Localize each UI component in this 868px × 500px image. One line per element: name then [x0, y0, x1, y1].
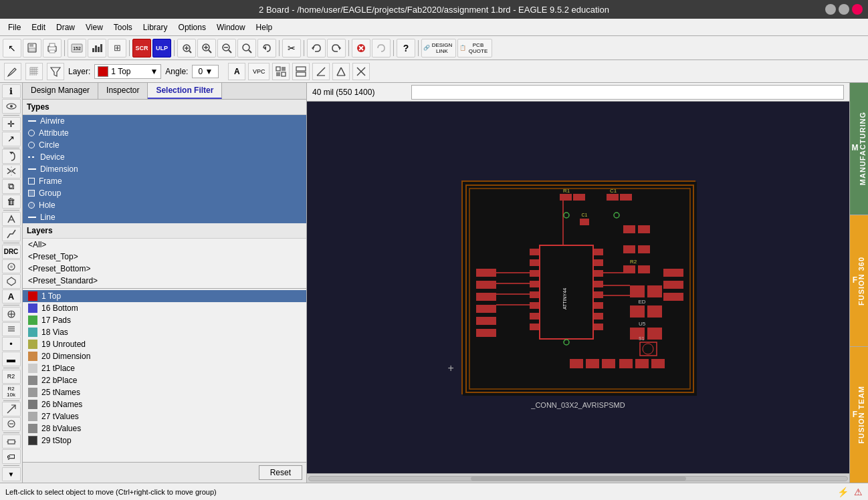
angle-dropdown[interactable]: 0 ▼ — [192, 65, 219, 78]
design-link-button[interactable]: 🔗 DESIGN LINK — [421, 39, 456, 57]
menu-edit[interactable]: Edit — [26, 21, 51, 33]
minimize-button[interactable] — [825, 4, 836, 15]
smash-tool[interactable] — [2, 417, 21, 431]
help-button[interactable]: ? — [397, 39, 415, 57]
stop-button[interactable] — [352, 39, 370, 57]
menu-view[interactable]: View — [80, 21, 108, 33]
zoom-area-button[interactable] — [237, 39, 256, 57]
brush-tool[interactable] — [4, 63, 21, 80]
layer-16-bottom[interactable]: 16 Bottom — [23, 302, 306, 314]
drag-tool[interactable] — [2, 402, 21, 416]
coord-input[interactable] — [411, 85, 844, 100]
menu-library[interactable]: Library — [138, 21, 173, 33]
component-tool[interactable] — [2, 434, 21, 449]
fusion-team-panel[interactable]: F FUSION TEAM — [850, 347, 868, 483]
grid-view-btn1[interactable] — [272, 63, 290, 80]
zoom-prev-button[interactable] — [257, 39, 276, 57]
layer-20-dimension[interactable]: 20 Dimension — [23, 350, 306, 362]
layer-18-vias[interactable]: 18 Vias — [23, 326, 306, 338]
bus-tool[interactable] — [2, 322, 21, 336]
layer-19-unrouted[interactable]: 19 Unrouted — [23, 338, 306, 350]
menu-tools[interactable]: Tools — [108, 21, 138, 33]
wire-tool[interactable] — [2, 227, 21, 241]
r2k-tool[interactable]: R210k — [2, 384, 21, 398]
pcb-board[interactable]: R1 C1 — [461, 180, 695, 394]
menu-draw[interactable]: Draw — [51, 21, 80, 33]
tab-design-manager[interactable]: Design Manager — [23, 83, 98, 99]
label-tool[interactable]: 🏷 — [2, 449, 21, 463]
junction-tool[interactable]: • — [2, 337, 21, 351]
zoom-fit-button[interactable] — [177, 39, 196, 57]
grid-view-btn2[interactable] — [292, 63, 310, 80]
pcb-canvas[interactable]: R1 C1 — [307, 102, 849, 473]
close-button[interactable] — [852, 4, 863, 15]
cut-button[interactable]: ✂ — [282, 39, 301, 57]
type-group[interactable]: Group — [23, 187, 306, 199]
r2-tool[interactable]: R2 — [2, 370, 21, 384]
expand-tool[interactable]: ▼ — [2, 467, 21, 481]
layer-1-top[interactable]: 1 Top — [23, 290, 306, 302]
scr-button[interactable]: SCR — [132, 39, 151, 57]
route-tool[interactable]: ↗ — [2, 132, 21, 146]
menu-file[interactable]: File — [3, 21, 26, 33]
menu-help[interactable]: Help — [251, 21, 278, 33]
info-tool[interactable]: ℹ — [2, 84, 21, 98]
layer-27-tvalues[interactable]: 27 tValues — [23, 410, 306, 422]
layer-29-tstop[interactable]: 29 tStop — [23, 434, 306, 447]
type-device[interactable]: Device — [23, 151, 306, 163]
type-line[interactable]: Line — [23, 211, 306, 223]
tab-inspector[interactable]: Inspector — [98, 83, 148, 99]
menu-window[interactable]: Window — [211, 21, 251, 33]
redo-button[interactable] — [327, 39, 346, 57]
copy-tool[interactable]: ⧉ — [2, 179, 21, 193]
stats-button[interactable] — [88, 39, 106, 57]
save-button[interactable] — [23, 39, 41, 57]
preset-bottom[interactable]: <Preset_Bottom> — [23, 263, 306, 275]
layer-28-bvalues[interactable]: 28 bValues — [23, 422, 306, 434]
type-circle[interactable]: Circle — [23, 139, 306, 151]
type-frame[interactable]: Frame — [23, 175, 306, 187]
mirror-tool[interactable] — [2, 164, 21, 178]
layer-26-bnames[interactable]: 26 bNames — [23, 398, 306, 410]
grid-toggle[interactable] — [25, 63, 43, 80]
manufacturing-panel[interactable]: M MANUFACTURING — [850, 83, 868, 215]
preset-all[interactable]: <All> — [23, 239, 306, 251]
layer-25-tnames[interactable]: 25 tNames — [23, 386, 306, 398]
vpc-btn[interactable]: VPC — [248, 63, 269, 80]
preset-top[interactable]: <Preset_Top> — [23, 251, 306, 263]
menu-options[interactable]: Options — [173, 21, 211, 33]
layer-21-tplace[interactable]: 21 tPlace — [23, 362, 306, 374]
ulp-button[interactable]: ULP — [152, 39, 171, 57]
move-tool[interactable]: ✛ — [2, 117, 21, 131]
undo-button[interactable] — [307, 39, 326, 57]
polygon-tool[interactable] — [2, 274, 21, 288]
smd-tool[interactable]: ▬ — [2, 352, 21, 366]
pcb-quote-button[interactable]: 📋 PCB QUOTE — [457, 39, 492, 57]
fusion360-panel[interactable]: F FUSION 360 — [850, 215, 868, 348]
type-attribute[interactable]: Attribute — [23, 127, 306, 139]
repeat-button[interactable] — [372, 39, 391, 57]
attribute-tool[interactable] — [2, 212, 21, 226]
scrollbar-thumb[interactable] — [471, 477, 686, 481]
rotate-tool[interactable] — [2, 149, 21, 163]
angle-tool1[interactable] — [312, 63, 330, 80]
horizontal-scrollbar[interactable] — [307, 473, 849, 483]
net-tool[interactable] — [2, 307, 21, 321]
text-tool-btn[interactable]: A — [228, 63, 245, 80]
via-tool[interactable] — [2, 259, 21, 273]
layer-22-bplace[interactable]: 22 bPlace — [23, 374, 306, 386]
type-dimension[interactable]: Dimension — [23, 163, 306, 175]
type-airwire[interactable]: Airwire — [23, 115, 306, 127]
drc-tool[interactable]: DRC — [2, 245, 21, 259]
preset-standard[interactable]: <Preset_Standard> — [23, 275, 306, 287]
zoom-in-button[interactable] — [197, 39, 216, 57]
display-tool[interactable] — [2, 99, 21, 113]
tab-selection-filter[interactable]: Selection Filter — [148, 83, 222, 99]
print-button[interactable] — [43, 39, 62, 57]
delete-tool[interactable]: 🗑 — [2, 195, 21, 209]
layer-17-pads[interactable]: 17 Pads — [23, 314, 306, 326]
maximize-button[interactable] — [839, 4, 849, 15]
cross-tool[interactable] — [352, 63, 370, 80]
reset-button[interactable]: Reset — [259, 465, 302, 480]
grid-button[interactable]: ⊞ — [108, 39, 126, 57]
